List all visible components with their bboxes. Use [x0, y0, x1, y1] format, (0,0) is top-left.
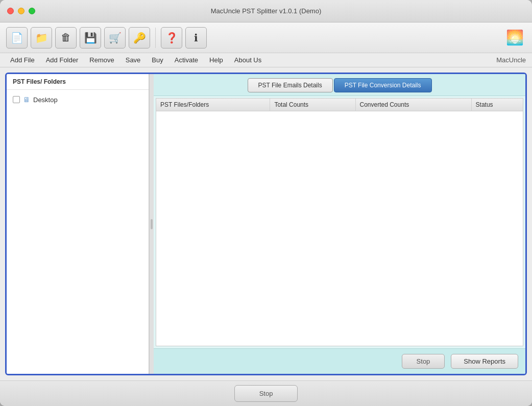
close-button[interactable]: [7, 8, 14, 14]
stop-button-main[interactable]: Stop: [234, 385, 298, 402]
add-folder-icon: 📁: [35, 32, 48, 44]
col-converted-counts: Converted Counts: [355, 99, 471, 111]
brand-label: MacUncle: [496, 56, 526, 64]
tabs-bar: PST File Emails Details PST File Convers…: [154, 74, 525, 96]
menu-save[interactable]: Save: [120, 55, 146, 65]
col-status: Status: [471, 99, 523, 111]
menubar: Add File Add Folder Remove Save Buy Acti…: [0, 53, 532, 67]
activate-button[interactable]: 🔑: [129, 27, 150, 49]
window-bottom-bar: Stop: [0, 380, 532, 406]
buy-icon: 🛒: [109, 32, 122, 44]
table-area: PST Files/Folders Total Counts Converted…: [156, 98, 523, 346]
about-button[interactable]: ℹ: [185, 27, 207, 49]
tree-label-desktop: Desktop: [33, 96, 58, 104]
window-title: MacUncle PST Splitter v1.0.1 (Demo): [211, 7, 322, 15]
help-button[interactable]: ❓: [161, 27, 182, 49]
activate-icon: 🔑: [133, 32, 146, 44]
menu-add-file[interactable]: Add File: [5, 55, 40, 65]
table-header-row: PST Files/Folders Total Counts Converted…: [156, 99, 523, 111]
tab-email-details[interactable]: PST File Emails Details: [248, 78, 333, 92]
info-icon: ℹ: [194, 32, 198, 44]
tree-item-desktop[interactable]: 🖥 Desktop: [11, 94, 144, 105]
content-panel: PST Files/ Folders 🖥 Desktop PST File Em…: [5, 73, 527, 375]
add-file-icon: 📄: [11, 32, 23, 44]
panel-splitter[interactable]: [150, 74, 154, 374]
menu-help[interactable]: Help: [204, 55, 228, 65]
brand-logo: 🌅: [503, 27, 526, 49]
menu-activate[interactable]: Activate: [170, 55, 203, 65]
minimize-button[interactable]: [18, 8, 25, 14]
titlebar: MacUncle PST Splitter v1.0.1 (Demo): [0, 0, 532, 22]
buy-button[interactable]: 🛒: [104, 27, 126, 49]
traffic-lights: [7, 8, 35, 14]
save-button[interactable]: 💾: [80, 27, 101, 49]
left-panel-content: 🖥 Desktop: [7, 90, 149, 374]
add-file-button[interactable]: 📄: [6, 27, 28, 49]
col-pst-files: PST Files/Folders: [156, 99, 270, 111]
right-panel: PST File Emails Details PST File Convers…: [154, 74, 525, 374]
help-icon: ❓: [165, 32, 178, 44]
menu-buy[interactable]: Buy: [147, 55, 168, 65]
tab-conversion-details[interactable]: PST File Conversion Details: [334, 78, 432, 92]
col-total-counts: Total Counts: [270, 99, 355, 111]
add-folder-button[interactable]: 📁: [31, 27, 52, 49]
folder-icon-desktop: 🖥: [23, 95, 30, 104]
remove-button[interactable]: 🗑: [55, 27, 77, 49]
main-area: PST Files/ Folders 🖥 Desktop PST File Em…: [0, 67, 532, 380]
menu-add-folder[interactable]: Add Folder: [41, 55, 84, 65]
right-panel-bottom: Stop Show Reports: [154, 348, 525, 374]
show-reports-button[interactable]: Show Reports: [451, 354, 518, 369]
left-panel: PST Files/ Folders 🖥 Desktop: [7, 74, 150, 374]
toolbar: 📄 📁 🗑 💾 🛒 🔑 ❓ ℹ 🌅: [0, 22, 532, 53]
remove-icon: 🗑: [61, 32, 71, 43]
app-window: MacUncle PST Splitter v1.0.1 (Demo) 📄 📁 …: [0, 0, 532, 406]
tree-checkbox-desktop[interactable]: [13, 96, 20, 103]
conversion-table: PST Files/Folders Total Counts Converted…: [156, 99, 523, 111]
stop-button-right[interactable]: Stop: [402, 354, 445, 369]
toolbar-separator: [155, 28, 156, 48]
menu-about[interactable]: About Us: [229, 55, 267, 65]
menu-remove[interactable]: Remove: [84, 55, 119, 65]
left-panel-header: PST Files/ Folders: [7, 74, 149, 90]
logo-icon: 🌅: [506, 29, 524, 46]
save-icon: 💾: [84, 32, 97, 44]
splitter-handle: [151, 219, 153, 229]
maximize-button[interactable]: [29, 8, 35, 14]
